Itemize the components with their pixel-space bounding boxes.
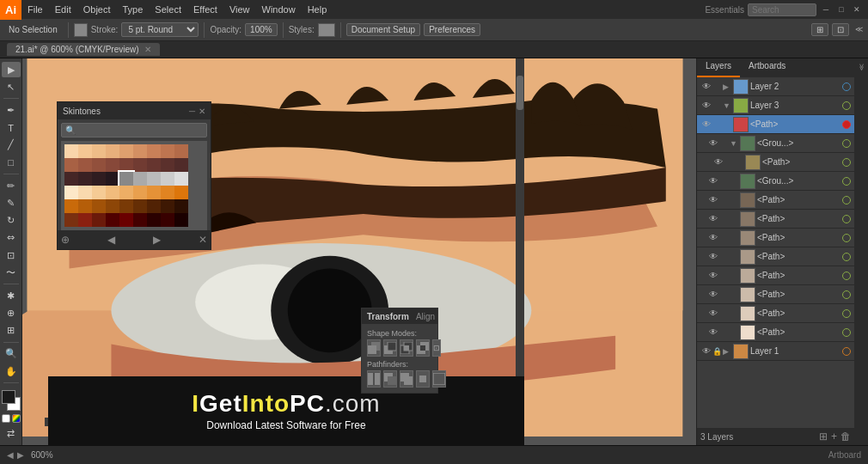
doc-setup-btn[interactable]: Document Setup <box>346 23 421 36</box>
stroke-color-swatch[interactable] <box>74 23 88 37</box>
transform-panel-header[interactable]: Transform Align <box>362 308 437 324</box>
swatch[interactable] <box>106 199 119 213</box>
select-tool[interactable]: ▶ <box>2 62 21 77</box>
zoom-tool[interactable]: 🔍 <box>2 346 21 362</box>
swatch[interactable] <box>119 144 133 158</box>
layer-color-indicator[interactable] <box>842 309 851 318</box>
paintbrush-tool[interactable]: ✏ <box>2 178 21 193</box>
swatch[interactable] <box>147 144 161 158</box>
transform-title[interactable]: Transform <box>367 312 409 321</box>
layer-item[interactable]: 👁 <Path> <box>697 191 854 210</box>
visibility-toggle[interactable]: 👁 <box>707 270 719 282</box>
skintones-panel-header[interactable]: Skintones ─ ✕ <box>58 102 211 119</box>
panel-trash-btn[interactable]: ▶ <box>153 234 161 246</box>
delete-layer-btn[interactable]: 🗑 <box>840 430 851 443</box>
swatch[interactable] <box>133 158 147 172</box>
swatch[interactable] <box>64 172 78 186</box>
layer-color-indicator[interactable] <box>842 215 851 223</box>
menu-type[interactable]: Type <box>117 0 150 19</box>
preferences-btn[interactable]: Preferences <box>424 23 480 36</box>
skintones-minimize-btn[interactable]: ─ <box>189 107 195 116</box>
new-layer-btn[interactable]: + <box>831 430 837 443</box>
opacity-value[interactable]: 100% <box>245 23 278 36</box>
shape-mode-minus[interactable] <box>383 339 397 357</box>
swatch[interactable] <box>106 213 119 227</box>
swatch[interactable] <box>119 186 133 199</box>
layer-color-indicator[interactable] <box>842 253 851 261</box>
layer-color-indicator[interactable] <box>842 120 851 129</box>
shape-mode-exclude[interactable] <box>416 339 430 357</box>
visibility-toggle[interactable]: 👁 <box>700 119 712 131</box>
expand-btn[interactable]: ⊡ <box>432 339 441 357</box>
visibility-toggle[interactable]: 👁 <box>707 194 719 206</box>
layer-color-indicator[interactable] <box>842 158 851 167</box>
visibility-toggle[interactable]: 👁 <box>707 213 719 225</box>
swatch[interactable] <box>78 158 92 172</box>
skintones-search-input[interactable] <box>61 123 207 137</box>
swatch[interactable] <box>174 158 188 172</box>
panel-add-btn[interactable]: ⊕ <box>61 234 70 246</box>
layer-item[interactable]: 👁 <Grou...> <box>697 172 854 191</box>
scale-tool[interactable]: ⊡ <box>2 247 21 263</box>
panel-strip-btn[interactable]: ≫ <box>858 64 865 70</box>
menu-window[interactable]: Window <box>256 0 302 19</box>
swatch[interactable] <box>161 158 174 172</box>
layer-item[interactable]: 👁 ▼ <Grou...> <box>697 134 854 153</box>
shape-mode-intersect[interactable] <box>400 339 413 357</box>
swatch[interactable] <box>161 144 174 158</box>
layer-item[interactable]: 👁 <Path> <box>697 153 854 172</box>
visibility-toggle[interactable]: 👁 <box>712 156 724 168</box>
menu-file[interactable]: File <box>21 0 49 19</box>
layer-item[interactable]: 👁 ▶ Layer 2 <box>697 77 854 96</box>
pathfinder-divide[interactable] <box>367 370 381 388</box>
brush-size-select[interactable]: 5 pt. Round <box>121 22 199 37</box>
swatch[interactable] <box>174 186 188 199</box>
swatch[interactable] <box>92 144 106 158</box>
swatch[interactable] <box>174 213 188 227</box>
swatch[interactable] <box>92 172 106 186</box>
swap-colors-btn[interactable]: ⇄ <box>2 426 21 442</box>
swatch[interactable] <box>106 172 119 186</box>
warp-tool[interactable]: 〜 <box>2 265 21 280</box>
tab-layers[interactable]: Layers <box>697 58 740 77</box>
swatch[interactable] <box>64 199 78 213</box>
visibility-toggle[interactable]: 👁 <box>707 175 719 187</box>
pencil-tool[interactable]: ✎ <box>2 195 21 211</box>
swatch[interactable] <box>133 213 147 227</box>
minimize-button[interactable]: ─ <box>820 3 832 15</box>
layer-item-layer1[interactable]: 👁 🔒 ▶ Layer 1 <box>697 342 854 361</box>
menu-select[interactable]: Select <box>149 0 187 19</box>
menu-effect[interactable]: Effect <box>187 0 223 19</box>
expand-arrow[interactable]: ▶ <box>723 82 731 91</box>
swatch[interactable] <box>133 172 147 186</box>
swatch[interactable] <box>147 158 161 172</box>
swatch[interactable] <box>78 199 92 213</box>
swatch[interactable] <box>161 186 174 199</box>
close-button[interactable]: ✕ <box>851 3 863 15</box>
layer-color-indicator[interactable] <box>842 139 851 148</box>
visibility-toggle[interactable]: 👁 <box>700 345 712 357</box>
layer-color-indicator[interactable] <box>842 196 851 205</box>
swatch[interactable] <box>106 158 119 172</box>
swatch[interactable] <box>92 158 106 172</box>
tab-artboards[interactable]: Artboards <box>740 58 794 77</box>
swatch[interactable] <box>106 186 119 199</box>
layer-item[interactable]: 👁 <Path> <box>697 229 854 247</box>
skintones-close-btn[interactable]: ✕ <box>199 107 205 116</box>
swatch[interactable] <box>174 144 188 158</box>
swatch[interactable] <box>147 186 161 199</box>
swatch[interactable] <box>161 172 174 186</box>
canvas-area[interactable]: Skintones ─ ✕ <box>22 58 696 445</box>
pathfinder-crop[interactable] <box>416 370 430 388</box>
visibility-toggle[interactable]: 👁 <box>700 100 712 112</box>
layer-item[interactable]: 👁 <Path> <box>697 304 854 323</box>
maximize-button[interactable]: □ <box>835 3 847 15</box>
hand-tool[interactable]: ✋ <box>2 363 21 379</box>
swatch[interactable] <box>64 144 78 158</box>
pathfinder-outline[interactable] <box>432 370 446 388</box>
nav-right-btn[interactable]: ▶ <box>17 450 24 460</box>
styles-swatch[interactable] <box>318 23 335 37</box>
layer-item[interactable]: 👁 <Path> <box>697 285 854 304</box>
layer-color-indicator[interactable] <box>842 328 851 337</box>
layer-color-indicator[interactable] <box>842 177 851 186</box>
